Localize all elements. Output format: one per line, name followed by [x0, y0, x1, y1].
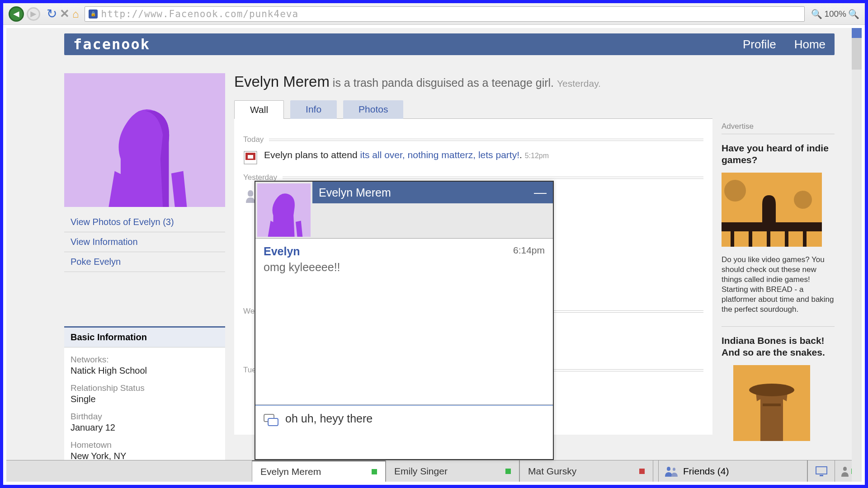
birthday-value: January 12 — [71, 422, 219, 433]
chat-tab-mat[interactable]: Mat Gursky — [519, 460, 653, 482]
back-button[interactable]: ◄ — [9, 6, 24, 22]
profile-status-time: Yesterday. — [557, 78, 601, 89]
minimize-icon[interactable]: — — [534, 185, 547, 200]
link-view-photos[interactable]: View Photos of Evelyn (3) — [64, 212, 225, 232]
hometown-label: Hometown — [71, 440, 219, 450]
calendar-icon — [243, 150, 258, 165]
status-dot-online-icon — [505, 469, 511, 474]
ad-image-icon — [722, 173, 822, 247]
svg-point-10 — [724, 180, 746, 202]
basic-info-header: Basic Information — [64, 326, 225, 347]
svg-rect-8 — [785, 231, 788, 247]
networks-value: Natick High School — [71, 366, 219, 376]
nav-profile[interactable]: Profile — [743, 38, 776, 52]
wall-post: Evelyn plans to attend its all over, not… — [243, 150, 703, 165]
status-dot-busy-icon — [639, 469, 645, 474]
svg-rect-17 — [268, 418, 278, 426]
chat-titlebar[interactable]: Evelyn Merem — — [312, 182, 553, 203]
scrollbar[interactable] — [852, 28, 862, 482]
svg-point-11 — [794, 191, 812, 209]
chat-input-text: oh uh, heyy there — [285, 412, 373, 453]
reload-button[interactable]: ↻ — [47, 6, 57, 21]
stop-button[interactable]: ✕ — [60, 7, 70, 21]
ad-block[interactable]: Have you heard of indie games? Do you li… — [722, 142, 835, 314]
profile-name[interactable]: Evelyn Merem — [234, 73, 330, 90]
zoom-in-icon[interactable]: 🔍 — [848, 9, 859, 19]
person-icon — [840, 466, 849, 477]
site-header: facenook Profile Home — [64, 33, 835, 55]
home-button[interactable]: ⌂ — [72, 8, 79, 20]
friends-tab[interactable]: Friends (4) — [658, 460, 807, 482]
chat-body: Evelyn 6:14pm omg kyleeeee!! — [255, 239, 553, 280]
zoom-controls: 🔍 100% 🔍 — [811, 9, 859, 19]
right-column: Advertise Have you heard of indie games?… — [712, 55, 835, 460]
chat-tab-evelyn[interactable]: Evelyn Merem — [252, 460, 386, 482]
post-time: 5:12pm — [525, 152, 549, 160]
post-text: Evelyn plans to attend its all over, not… — [264, 150, 549, 160]
browser-toolbar: ◄ ► ↻ ✕ ⌂ 🔒 http://www.Facenook.com/punk… — [3, 3, 865, 25]
chat-message: omg kyleeeee!! — [264, 261, 545, 274]
svg-rect-15 — [763, 404, 781, 406]
profile-avatar[interactable] — [64, 73, 225, 207]
svg-point-13 — [749, 384, 794, 396]
page: facenook Profile Home View Photos of Eve… — [6, 28, 862, 482]
avatar-silhouette-icon — [72, 87, 217, 207]
svg-rect-19 — [820, 475, 823, 476]
link-view-info[interactable]: View Information — [64, 232, 225, 252]
svg-rect-2 — [248, 155, 253, 159]
scroll-up-button[interactable] — [852, 28, 862, 38]
birthday-label: Birthday — [71, 412, 219, 422]
monitor-icon-tab[interactable] — [807, 460, 835, 482]
day-separator-today: Today — [243, 135, 703, 144]
advertise-header: Advertise — [722, 122, 835, 134]
chat-window: Evelyn Merem — Evelyn 6:14pm omg kyleeee… — [255, 181, 554, 460]
chat-title: Evelyn Merem — [319, 186, 391, 199]
lock-icon: 🔒 — [89, 9, 98, 19]
avatar-silhouette-icon — [257, 183, 311, 237]
svg-rect-6 — [749, 231, 752, 247]
svg-rect-7 — [767, 231, 770, 247]
chat-tab-emily[interactable]: Emily Singer — [386, 460, 519, 482]
tab-photos[interactable]: Photos — [343, 100, 403, 119]
profile-status: is a trash panda disguised as a teenage … — [333, 76, 554, 89]
status-dot-online-icon — [372, 469, 377, 474]
ad-image-icon — [733, 365, 810, 441]
left-column: View Photos of Evelyn (3) View Informati… — [64, 55, 225, 460]
scroll-thumb[interactable] — [852, 38, 862, 70]
svg-rect-18 — [816, 467, 827, 474]
logo[interactable]: facenook — [73, 36, 150, 53]
svg-rect-4 — [722, 222, 822, 231]
event-link[interactable]: its all over, nothing matterz, lets part… — [360, 150, 519, 160]
chat-msg-time: 6:14pm — [513, 245, 545, 256]
relationship-label: Relationship Status — [71, 383, 219, 393]
relationship-value: Single — [71, 394, 219, 404]
ad-body: Do you like video games? You should chec… — [722, 255, 835, 315]
svg-rect-14 — [760, 397, 783, 441]
networks-label: Networks: — [71, 355, 219, 365]
status-line: Evelyn Merem is a trash panda disguised … — [234, 73, 712, 90]
friends-icon — [665, 466, 678, 477]
basic-info-body: Networks: Natick High School Relationshi… — [64, 347, 225, 461]
chat-header: Evelyn Merem — — [255, 182, 553, 239]
ad-title: Have you heard of indie games? — [722, 142, 835, 166]
chat-avatar[interactable] — [257, 183, 311, 237]
chat-sender-name[interactable]: Evelyn — [264, 245, 300, 258]
bottom-bar: Evelyn Merem Emily Singer Mat Gursky Fri… — [6, 460, 862, 482]
nav-home[interactable]: Home — [794, 38, 826, 52]
url-bar[interactable]: 🔒 http://www.Facenook.com/punk4eva — [85, 6, 805, 22]
forward-button: ► — [27, 7, 40, 21]
zoom-out-icon[interactable]: 🔍 — [811, 9, 822, 19]
ad-title: Indiana Bones is back! And so are the sn… — [722, 335, 835, 359]
ad-block[interactable]: Indiana Bones is back! And so are the sn… — [722, 335, 835, 443]
speech-bubble-icon — [264, 414, 279, 427]
chat-input[interactable]: oh uh, heyy there — [255, 405, 553, 459]
link-poke[interactable]: Poke Evelyn — [64, 252, 225, 272]
svg-rect-9 — [803, 231, 807, 247]
profile-tabs: Wall Info Photos — [234, 100, 712, 119]
tab-info[interactable]: Info — [290, 100, 337, 119]
monitor-icon — [815, 466, 828, 477]
url-text: http://www.Facenook.com/punk4eva — [101, 9, 801, 19]
zoom-level: 100% — [824, 9, 846, 19]
tab-wall[interactable]: Wall — [234, 100, 284, 119]
svg-rect-5 — [731, 231, 734, 247]
